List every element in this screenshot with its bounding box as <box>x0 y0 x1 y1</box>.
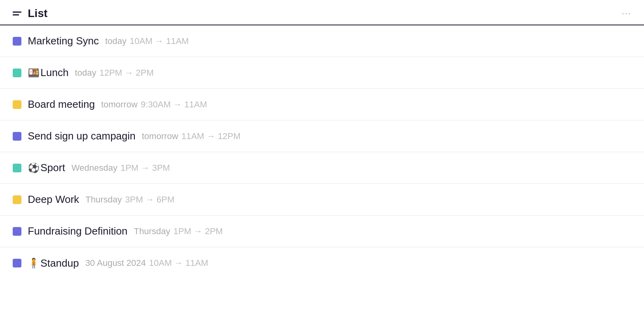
event-title: Board meeting <box>28 98 95 111</box>
event-emoji: 🍱 <box>28 67 40 78</box>
event-color-indicator <box>13 69 21 77</box>
event-color-indicator <box>13 132 21 141</box>
event-time: 3PM → 6PM <box>125 195 174 205</box>
event-info: Marketing Synctoday10AM → 11AM <box>28 35 189 47</box>
event-row[interactable]: ⚽SportWednesday1PM → 3PM <box>0 152 644 184</box>
event-color-indicator <box>13 259 21 267</box>
event-color-indicator <box>13 37 21 46</box>
event-info: Deep WorkThursday3PM → 6PM <box>28 193 174 206</box>
event-day: tomorrow <box>142 131 178 141</box>
event-row[interactable]: 🍱Lunchtoday12PM → 2PM <box>0 57 644 89</box>
event-day: Thursday <box>134 226 170 237</box>
event-title: Standup <box>40 257 79 269</box>
event-title: Deep Work <box>28 193 79 206</box>
event-row[interactable]: 🧍Standup30 August 202410AM → 11AM <box>0 247 644 279</box>
event-row[interactable]: Send sign up campagintomorrow11AM → 12PM <box>0 120 644 152</box>
event-info: Send sign up campagintomorrow11AM → 12PM <box>28 130 241 142</box>
event-row[interactable]: Fundraising DefinitionThursday1PM → 2PM <box>0 216 644 247</box>
more-options-button[interactable]: ··· <box>622 8 631 19</box>
page-title: List <box>28 7 48 20</box>
event-info: Fundraising DefinitionThursday1PM → 2PM <box>28 225 223 237</box>
event-day: today <box>75 68 96 78</box>
event-color-indicator <box>13 164 21 172</box>
event-row[interactable]: Board meetingtomorrow9:30AM → 11AM <box>0 89 644 120</box>
page-container: List ··· Marketing Synctoday10AM → 11AM🍱… <box>0 0 644 279</box>
event-time: 9:30AM → 11AM <box>141 99 207 110</box>
list-icon-line-1 <box>13 11 21 13</box>
event-day: 30 August 2024 <box>85 258 146 268</box>
event-info: Board meetingtomorrow9:30AM → 11AM <box>28 98 207 111</box>
event-time: 11AM → 12PM <box>181 131 240 141</box>
event-row[interactable]: Marketing Synctoday10AM → 11AM <box>0 25 644 57</box>
list-view-icon <box>13 11 21 15</box>
header-left: List <box>13 7 48 20</box>
event-info: 🧍Standup30 August 202410AM → 11AM <box>28 257 208 269</box>
event-row[interactable]: Deep WorkThursday3PM → 6PM <box>0 184 644 216</box>
list-icon-line-2 <box>13 14 19 15</box>
event-time: 1PM → 3PM <box>121 163 170 173</box>
event-time: 10AM → 11AM <box>149 258 208 268</box>
header: List ··· <box>0 0 644 25</box>
event-info: 🍱Lunchtoday12PM → 2PM <box>28 67 154 79</box>
event-title: Fundraising Definition <box>28 225 127 237</box>
event-title: Marketing Sync <box>28 35 99 47</box>
event-emoji: ⚽ <box>28 162 40 174</box>
event-title: Sport <box>40 162 65 174</box>
event-color-indicator <box>13 195 21 204</box>
event-time: 1PM → 2PM <box>173 226 223 237</box>
events-list: Marketing Synctoday10AM → 11AM🍱Lunchtoda… <box>0 25 644 279</box>
event-info: ⚽SportWednesday1PM → 3PM <box>28 162 170 174</box>
event-day: today <box>105 36 126 46</box>
event-emoji: 🧍 <box>28 258 40 269</box>
event-title: Send sign up campagin <box>28 130 136 142</box>
event-time: 12PM → 2PM <box>100 68 154 78</box>
event-title: Lunch <box>40 67 69 79</box>
event-time: 10AM → 11AM <box>130 36 189 46</box>
event-color-indicator <box>13 100 21 109</box>
event-day: Thursday <box>86 195 122 205</box>
event-day: Wednesday <box>71 163 117 173</box>
event-day: tomorrow <box>101 99 138 110</box>
event-color-indicator <box>13 227 21 236</box>
